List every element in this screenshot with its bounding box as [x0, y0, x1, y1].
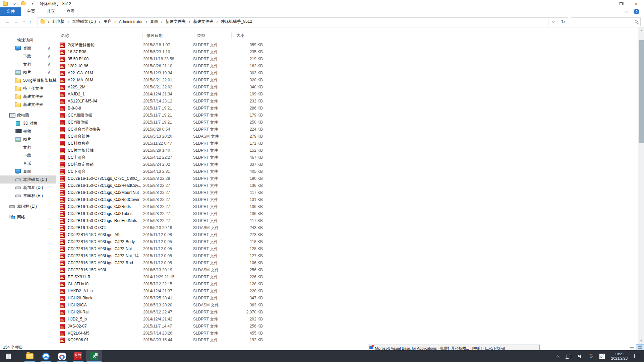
breadcrumb-item[interactable]: 桌面: [148, 19, 161, 24]
network-tray-icon[interactable]: [567, 355, 571, 358]
details-view-button[interactable]: [628, 344, 636, 351]
file-row[interactable]: CDJ2B16-150-C73CLigs_CJ2HeadCov... 2015/…: [56, 182, 638, 189]
file-row[interactable]: CDJP2B16-15D-A93Ligs_CJP2-Rod 2015/11/12…: [56, 260, 638, 267]
file-row[interactable]: CDJ2B16-150-C73CLigs_CJ2Rods 2015/9/8 22…: [56, 203, 638, 210]
refresh-button[interactable]: ↻: [558, 17, 568, 26]
breadcrumb-item[interactable]: 本地磁盘 (C:): [70, 19, 98, 24]
file-row[interactable]: EE-SX911-R 2014/12/29 21:15 SLDPRT 文件 22…: [56, 274, 638, 281]
file-row[interactable]: CDJP2B16-15D-A93Ligs_A9_ 2015/11/12 0:08…: [56, 231, 638, 238]
column-header-date[interactable]: 修改日期: [143, 32, 194, 39]
file-row[interactable]: AAJD2_1 2014/12/4 21:34 SLDPRT 文件 199 KB: [56, 91, 638, 98]
taskbar-browser[interactable]: [38, 350, 54, 362]
close-button[interactable]: ×: [629, 0, 644, 7]
file-row[interactable]: JXS-02-07 2015/11/7 14:47 SLDPRT 文件 256 …: [56, 323, 638, 330]
sidebar-item[interactable]: 音乐: [0, 159, 56, 167]
start-button[interactable]: [0, 350, 16, 362]
file-row[interactable]: CDJP2B16-15D-A93Ligs_CJP2-Nut 2015/11/12…: [56, 245, 638, 252]
sidebar-item[interactable]: 此电脑: [0, 111, 56, 119]
file-row[interactable]: AS1201F-M5-04 2015/7/14 23:12 SLDPRT 文件 …: [56, 98, 638, 105]
action-center-icon[interactable]: [634, 354, 639, 358]
file-row[interactable]: CC上滑台 2015/4/12 22:27 SLDPRT 文件 467 KB: [56, 154, 638, 161]
sidebar-item[interactable]: 桌面: [0, 167, 56, 175]
sidebar-item[interactable]: 下载: [0, 52, 56, 60]
icons-view-button[interactable]: [636, 344, 644, 351]
clock[interactable]: 10:21 2021/2/23: [611, 352, 628, 361]
column-header-type[interactable]: 类型: [194, 32, 232, 39]
customize-qat-button[interactable]: ▾: [30, 1, 35, 6]
back-button[interactable]: ←: [3, 18, 11, 26]
file-row[interactable]: CCY后限位板 2015/11/7 19:21 SLDPRT 文件 179 KB: [56, 112, 638, 119]
file-row[interactable]: CDJ2B16-150-C73CLigs_CJ2RodCover 2015/9/…: [56, 196, 638, 203]
sidebar-item[interactable]: 文档: [0, 60, 56, 68]
volume-tray-icon[interactable]: [578, 354, 583, 358]
sidebar-item[interactable]: 新建文件夹: [0, 100, 56, 108]
file-row[interactable]: KQ2L04-M5 2015/7/14 23:26 SLDPRT 文件 455 …: [56, 330, 638, 337]
scroll-up-icon[interactable]: ▲: [638, 27, 644, 33]
file-row[interactable]: CCY限位板 2015/11/7 19:21 SLDPRT 文件 250 KB: [56, 119, 638, 126]
sidebar-item[interactable]: 待上传文件: [0, 84, 56, 92]
vertical-scrollbar[interactable]: ▲ ▼: [638, 27, 644, 344]
recent-locations-button[interactable]: [21, 18, 25, 26]
tab-view[interactable]: 查看: [61, 7, 80, 16]
ime-language-indicator[interactable]: 英: [589, 353, 593, 359]
expand-ribbon-icon[interactable]: [625, 9, 629, 13]
file-row[interactable]: CC滑台Y浮动接头 2015/8/29 0:54 SLDPRT 文件 224 K…: [56, 126, 638, 133]
search-box[interactable]: [571, 17, 641, 26]
file-row[interactable]: A22_GA_01M 2015/12/3 19:34 SLDPRT 文件 303…: [56, 70, 638, 77]
file-row[interactable]: 1282-10-96 2015/8/26 21:10 SLDPRT 文件 162…: [56, 63, 638, 70]
column-header-name[interactable]: 名称: [56, 32, 143, 39]
ime-mode-indicator[interactable]: 拼: [599, 354, 605, 359]
sidebar-item[interactable]: 覃国林 (E:): [0, 192, 56, 200]
sidebar-item[interactable]: 文档: [0, 143, 56, 151]
file-row[interactable]: KQ2S06-01 2015/8/23 15:44 SLDPRT 文件 192 …: [56, 337, 638, 343]
file-row[interactable]: B-8-8-8 2015/11/7 19:21 SLDPRT 文件 286 KB: [56, 105, 638, 112]
breadcrumb-item[interactable]: 新建文件夹: [191, 19, 216, 24]
new-folder-button[interactable]: [21, 1, 26, 6]
scrollbar-thumb[interactable]: [639, 40, 644, 143]
taskbar-excel[interactable]: X: [86, 350, 102, 362]
breadcrumb-item[interactable]: 新建文件夹: [163, 19, 188, 24]
file-row[interactable]: CC滑台部件 2016/5/13 20:20 SLDASM 文件 279 KB: [56, 133, 638, 140]
sidebar-item[interactable]: 下载: [0, 151, 56, 159]
sidebar-item[interactable]: 网络: [0, 213, 56, 221]
breadcrumb-item[interactable]: 冲床机械手_8512: [219, 19, 254, 24]
file-row[interactable]: HGH20CA 2016/5/13 20:20 SLDASM 文件 363 KB: [56, 302, 638, 309]
vba-window-titlebar[interactable]: Microsoft Visual Basic for Applications …: [368, 345, 540, 350]
up-button[interactable]: ↑: [26, 18, 34, 26]
forward-button[interactable]: →: [12, 18, 20, 26]
file-row[interactable]: CDJ2B16-150-C73CL 2016/5/13 20:19 SLDASM…: [56, 224, 638, 231]
sidebar-item[interactable]: 50Kg单轴桁架机械: [0, 76, 56, 84]
scroll-down-icon[interactable]: ▼: [638, 338, 644, 344]
breadcrumb-item[interactable]: Administrator: [117, 19, 145, 24]
tab-share[interactable]: 共享: [41, 7, 61, 16]
taskbar-file-explorer[interactable]: [22, 350, 38, 362]
tab-home[interactable]: 主页: [21, 7, 41, 16]
properties-button[interactable]: ✓: [12, 1, 18, 6]
file-row[interactable]: GL-8FUx10 2015/7/12 22:15 SLDPRT 文件 128 …: [56, 281, 638, 288]
sidebar-item[interactable]: 图片: [0, 68, 56, 76]
file-row[interactable]: CDJ2B16-150-C73CLigs_C73C_C80C_... 2015/…: [56, 175, 638, 182]
file-row[interactable]: CDJP2B16-15D-A93L 2016/5/13 20:19 SLDASM…: [56, 267, 638, 274]
file-row[interactable]: 35.50.R100 2015/11/18 23:58 SLDPRT 文件 21…: [56, 56, 638, 63]
search-input[interactable]: [573, 18, 630, 25]
sidebar-item[interactable]: 新建文件夹: [0, 92, 56, 100]
column-header-size[interactable]: 大小: [232, 32, 264, 39]
breadcrumb-item[interactable]: 此电脑: [50, 19, 67, 24]
file-row[interactable]: HJD2_5_b 2014/12/4 21:42 SLDPRT 文件 202 K…: [56, 316, 638, 323]
file-row[interactable]: CC托盘定位销 2015/8/24 2:02 SLDPRT 文件 337 KB: [56, 161, 638, 168]
sidebar-item[interactable]: 视频: [0, 127, 56, 135]
file-row[interactable]: CC下滑台 2015/4/13 2:31 SLDPRT 文件 405 KB: [56, 168, 638, 175]
sidebar-item[interactable]: 3D 对象: [0, 119, 56, 127]
help-button[interactable]: ?: [634, 9, 639, 14]
sidebar-item[interactable]: 新加卷 (D:): [0, 184, 56, 192]
sidebar-item[interactable]: 快速访问: [0, 36, 56, 44]
taskbar-solidworks[interactable]: S W 2015: [70, 350, 86, 362]
address-dropdown-button[interactable]: [548, 18, 558, 26]
address-bar[interactable]: › 此电脑 › 本地磁盘 (C:) › 用户 ›: [38, 17, 558, 26]
file-row[interactable]: HGH20-Rall 2016/5/12 22:47 SLDPRT 文件 2,0…: [56, 309, 638, 316]
file-row[interactable]: CC料盘脚座 2015/11/22 0:47 SLDPRT 文件 171 KB: [56, 140, 638, 147]
sidebar-item[interactable]: 桌面: [0, 44, 56, 52]
file-row[interactable]: CC片面旋转轴 2015/8/29 1:40 SLDPRT 文件 152 KB: [56, 147, 638, 154]
file-row[interactable]: A22_MA_01M 2015/8/21 22:01 SLDPRT 文件 320…: [56, 77, 638, 84]
sidebar-item[interactable]: 图片: [0, 135, 56, 143]
